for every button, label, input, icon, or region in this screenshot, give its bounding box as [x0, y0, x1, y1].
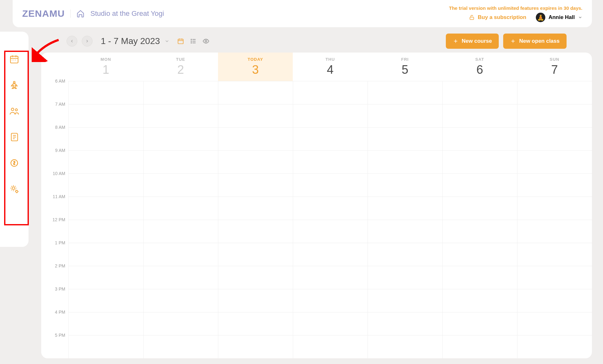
calendar-cell[interactable]: [218, 266, 293, 289]
calendar-day-column[interactable]: [442, 81, 517, 358]
day-header[interactable]: SAT6: [442, 53, 517, 81]
calendar-cell[interactable]: [293, 150, 368, 173]
calendar-cell[interactable]: [517, 173, 592, 197]
calendar-cell[interactable]: [293, 173, 368, 197]
calendar-cell[interactable]: [293, 104, 368, 127]
calendar-cell[interactable]: [69, 104, 143, 127]
day-header[interactable]: MON1: [68, 53, 143, 81]
calendar-cell[interactable]: [144, 81, 218, 104]
calendar-cell[interactable]: [144, 150, 218, 173]
calendar-cell[interactable]: [368, 243, 442, 266]
calendar-day-column[interactable]: [68, 81, 143, 358]
subscribe-link[interactable]: Buy a subscription: [469, 14, 526, 21]
home-icon[interactable]: [76, 9, 85, 18]
calendar-cell[interactable]: [293, 312, 368, 335]
calendar-cell[interactable]: [218, 127, 293, 150]
calendar-cell[interactable]: [218, 335, 293, 358]
calendar-cell[interactable]: [144, 335, 218, 358]
calendar-cell[interactable]: [69, 335, 143, 358]
calendar-cell[interactable]: [69, 173, 143, 197]
calendar-cell[interactable]: [443, 220, 517, 243]
calendar-cell[interactable]: [443, 173, 517, 197]
calendar-cell[interactable]: [517, 312, 592, 335]
calendar-cell[interactable]: [69, 220, 143, 243]
calendar-cell[interactable]: [218, 150, 293, 173]
calendar-cell[interactable]: [517, 266, 592, 289]
calendar-cell[interactable]: [368, 104, 442, 127]
calendar-cell[interactable]: [69, 81, 143, 104]
calendar-cell[interactable]: [443, 81, 517, 104]
calendar-cell[interactable]: [293, 289, 368, 312]
calendar-cell[interactable]: [443, 127, 517, 150]
calendar-cell[interactable]: [517, 127, 592, 150]
new-course-button[interactable]: New course: [446, 34, 499, 49]
calendar-cell[interactable]: [144, 197, 218, 220]
calendar-cell[interactable]: [218, 173, 293, 197]
calendar-cell[interactable]: [517, 104, 592, 127]
calendar-cell[interactable]: [368, 197, 442, 220]
calendar-cell[interactable]: [517, 197, 592, 220]
calendar-cell[interactable]: [218, 220, 293, 243]
calendar-cell[interactable]: [443, 150, 517, 173]
calendar-cell[interactable]: [293, 220, 368, 243]
calendar-cell[interactable]: [69, 266, 143, 289]
calendar-cell[interactable]: [368, 150, 442, 173]
sidebar-calendar-icon[interactable]: [9, 54, 20, 65]
calendar-cell[interactable]: [144, 266, 218, 289]
calendar-cell[interactable]: [293, 127, 368, 150]
calendar-cell[interactable]: [517, 81, 592, 104]
calendar-cell[interactable]: [293, 243, 368, 266]
prev-week-button[interactable]: [67, 36, 77, 47]
calendar-day-column[interactable]: [368, 81, 442, 358]
calendar-cell[interactable]: [144, 104, 218, 127]
studio-name[interactable]: Studio at the Great Yogi: [90, 9, 164, 18]
calendar-cell[interactable]: [368, 289, 442, 312]
next-week-button[interactable]: [82, 36, 93, 47]
calendar-cell[interactable]: [218, 312, 293, 335]
new-open-class-button[interactable]: New open class: [503, 34, 567, 49]
calendar-cell[interactable]: [144, 127, 218, 150]
date-range-picker[interactable]: 1 - 7 May 2023: [101, 36, 170, 46]
calendar-cell[interactable]: [293, 197, 368, 220]
calendar-cell[interactable]: [144, 289, 218, 312]
calendar-cell[interactable]: [517, 289, 592, 312]
calendar-cell[interactable]: [368, 312, 442, 335]
calendar-day-column[interactable]: [517, 81, 592, 358]
calendar-cell[interactable]: [293, 266, 368, 289]
day-header[interactable]: FRI5: [368, 53, 442, 81]
view-calendar-icon[interactable]: [177, 38, 184, 45]
sidebar-payments-icon[interactable]: [9, 158, 20, 168]
calendar-cell[interactable]: [69, 197, 143, 220]
calendar-cell[interactable]: [293, 81, 368, 104]
calendar-cell[interactable]: [517, 243, 592, 266]
calendar-cell[interactable]: [218, 104, 293, 127]
calendar-cell[interactable]: [368, 220, 442, 243]
calendar-cell[interactable]: [69, 289, 143, 312]
day-header[interactable]: THU4: [293, 53, 368, 81]
calendar-cell[interactable]: [368, 173, 442, 197]
calendar-cell[interactable]: [443, 266, 517, 289]
calendar-cell[interactable]: [218, 289, 293, 312]
calendar-cell[interactable]: [218, 81, 293, 104]
calendar-cell[interactable]: [368, 266, 442, 289]
calendar-cell[interactable]: [443, 335, 517, 358]
day-header[interactable]: TUE2: [143, 53, 218, 81]
sidebar-yoga-icon[interactable]: [9, 80, 20, 91]
calendar-cell[interactable]: [144, 220, 218, 243]
calendar-cell[interactable]: [443, 289, 517, 312]
calendar-cell[interactable]: [144, 173, 218, 197]
day-header[interactable]: TODAY3: [218, 53, 293, 81]
calendar-cell[interactable]: [144, 312, 218, 335]
calendar-cell[interactable]: [517, 220, 592, 243]
sidebar-notes-icon[interactable]: [9, 132, 20, 142]
view-list-icon[interactable]: [190, 38, 197, 45]
calendar-cell[interactable]: [69, 150, 143, 173]
calendar-cell[interactable]: [218, 197, 293, 220]
calendar-cell[interactable]: [368, 335, 442, 358]
sidebar-people-icon[interactable]: [9, 106, 20, 116]
calendar-cell[interactable]: [368, 127, 442, 150]
calendar-day-column[interactable]: [218, 81, 293, 358]
calendar-cell[interactable]: [443, 104, 517, 127]
day-header[interactable]: SUN7: [517, 53, 592, 81]
calendar-cell[interactable]: [293, 335, 368, 358]
